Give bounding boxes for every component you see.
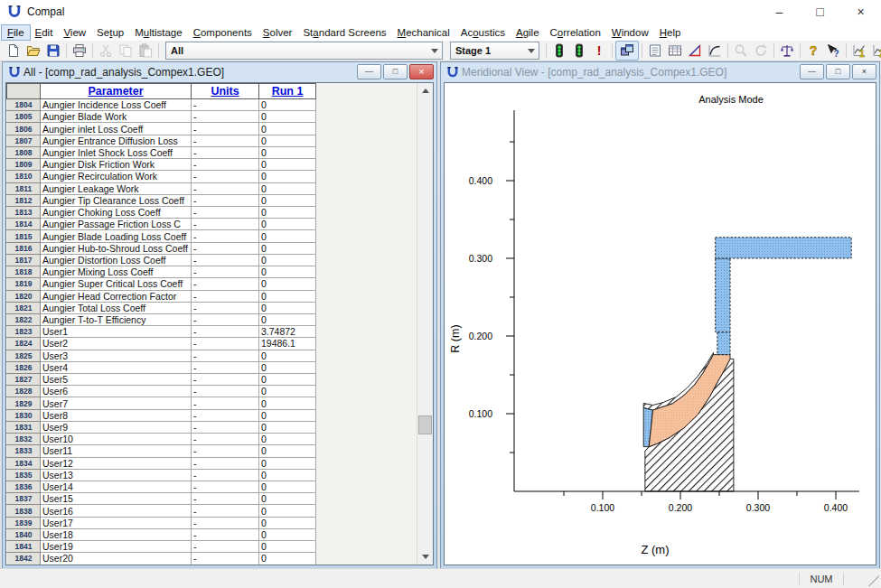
row-number-button[interactable]: 1837 [7, 493, 41, 505]
row-number-button[interactable]: 1807 [7, 135, 41, 146]
menu-file[interactable]: File [2, 25, 30, 40]
cell-run1[interactable]: 0 [259, 266, 316, 278]
row-number-button[interactable]: 1820 [7, 290, 41, 302]
close-button[interactable]: × [840, 0, 881, 23]
row-number-button[interactable]: 1842 [7, 553, 41, 565]
cell-run1[interactable]: 0 [259, 553, 316, 565]
cell-run1[interactable]: 19486.1 [259, 338, 316, 350]
context-help-icon[interactable]: ? [823, 42, 843, 60]
menu-mechanical[interactable]: Mechanical [392, 25, 455, 40]
cell-run1[interactable]: 0 [259, 230, 316, 242]
cell-run1[interactable]: 0 [259, 493, 316, 505]
main-title-bar[interactable]: Compal – □ × [0, 0, 881, 23]
cell-run1[interactable]: 0 [259, 182, 316, 194]
vertical-scrollbar[interactable] [417, 83, 433, 565]
row-number-button[interactable]: 1822 [7, 313, 41, 325]
row-number-button[interactable]: 1821 [7, 302, 41, 313]
row-number-button[interactable]: 1836 [7, 481, 41, 493]
row-number-button[interactable]: 1804 [7, 99, 41, 111]
meridional-window-title-bar[interactable]: Meridional View - [comp_rad_analysis_Com… [441, 62, 879, 81]
menu-standard-screens[interactable]: Standard Screens [297, 25, 391, 40]
cell-run1[interactable]: 0 [259, 278, 316, 290]
cell-run1[interactable]: 0 [259, 254, 316, 266]
resize-grip[interactable] [867, 574, 879, 586]
cell-run1[interactable]: 0 [259, 528, 316, 540]
row-number-button[interactable]: 1815 [7, 230, 41, 242]
menu-correlation[interactable]: Correlation [545, 25, 606, 40]
row-number-button[interactable]: 1838 [7, 505, 41, 517]
balance-icon[interactable] [777, 42, 797, 60]
velocity-triangle-icon[interactable] [685, 42, 705, 60]
cell-run1[interactable]: 0 [259, 99, 316, 111]
row-number-button[interactable]: 1809 [7, 159, 41, 171]
row-number-button[interactable]: 1835 [7, 469, 41, 481]
cell-run1[interactable]: 0 [259, 313, 316, 325]
row-number-button[interactable]: 1831 [7, 421, 41, 433]
menu-agile[interactable]: Agile [511, 25, 545, 40]
parameter-filter-combobox[interactable]: All [165, 42, 443, 60]
cell-run1[interactable]: 0 [259, 457, 316, 469]
row-number-button[interactable]: 1832 [7, 434, 41, 445]
row-number-button[interactable]: 1827 [7, 374, 41, 386]
row-number-button[interactable]: 1818 [7, 266, 41, 278]
cell-run1[interactable]: 0 [259, 111, 316, 123]
cell-run1[interactable]: 0 [259, 434, 316, 445]
row-number-button[interactable]: 1825 [7, 350, 41, 361]
run-single-icon[interactable] [549, 42, 569, 60]
cell-run1[interactable]: 0 [259, 386, 316, 397]
cell-run1[interactable]: 0 [259, 445, 316, 457]
cell-run1[interactable]: 0 [259, 194, 316, 206]
cell-run1[interactable]: 0 [259, 290, 316, 302]
cell-run1[interactable]: 0 [259, 219, 316, 230]
menu-view[interactable]: View [58, 25, 91, 40]
cell-run1[interactable]: 0 [259, 469, 316, 481]
cell-run1[interactable]: 0 [259, 374, 316, 386]
open-file-icon[interactable] [23, 42, 43, 60]
row-number-button[interactable]: 1824 [7, 338, 41, 350]
row-number-button[interactable]: 1810 [7, 171, 41, 182]
graph-1-icon[interactable]: 1 [849, 42, 869, 60]
row-number-button[interactable]: 1830 [7, 409, 41, 421]
save-file-icon[interactable] [43, 42, 63, 60]
menu-solver[interactable]: Solver [258, 25, 298, 40]
cell-run1[interactable]: 0 [259, 361, 316, 373]
cell-run1[interactable]: 0 [259, 481, 316, 493]
child-restore-button[interactable]: □ [383, 64, 408, 79]
row-number-button[interactable]: 1833 [7, 445, 41, 457]
row-number-button[interactable]: 1819 [7, 278, 41, 290]
cell-run1[interactable]: 0 [259, 350, 316, 361]
cell-run1[interactable]: 0 [259, 541, 316, 553]
help-icon[interactable]: ? [803, 42, 823, 60]
menu-components[interactable]: Components [188, 25, 258, 40]
row-number-button[interactable]: 1811 [7, 182, 41, 194]
graph-2-icon[interactable]: 2 [869, 42, 881, 60]
print-icon[interactable] [70, 42, 89, 60]
row-number-button[interactable]: 1828 [7, 386, 41, 397]
cell-run1[interactable]: 0 [259, 505, 316, 517]
row-number-button[interactable]: 1816 [7, 242, 41, 254]
maximize-button[interactable]: □ [800, 0, 840, 23]
stage-combobox[interactable]: Stage 1 [450, 42, 539, 60]
menu-setup[interactable]: Setup [91, 25, 129, 40]
menu-window[interactable]: Window [606, 25, 654, 40]
row-number-button[interactable]: 1826 [7, 361, 41, 373]
row-number-button[interactable]: 1814 [7, 219, 41, 230]
scroll-up-button[interactable] [417, 83, 433, 98]
row-number-button[interactable]: 1812 [7, 194, 41, 206]
row-number-button[interactable]: 1823 [7, 326, 41, 338]
row-number-button[interactable]: 1806 [7, 123, 41, 135]
row-number-button[interactable]: 1808 [7, 146, 41, 158]
performance-map-icon[interactable] [705, 42, 725, 60]
row-number-button[interactable]: 1813 [7, 206, 41, 218]
menu-multistage[interactable]: Multistage [129, 25, 187, 40]
child-restore-button[interactable]: □ [826, 64, 850, 79]
cell-run1[interactable]: 0 [259, 421, 316, 433]
child-minimize-button[interactable]: — [357, 64, 381, 79]
cell-run1[interactable]: 0 [259, 397, 316, 409]
row-number-button[interactable]: 1805 [7, 111, 41, 123]
row-number-button[interactable]: 1840 [7, 528, 41, 540]
data-grid-icon[interactable] [665, 42, 685, 60]
cell-run1[interactable]: 0 [259, 146, 316, 158]
row-number-button[interactable]: 1829 [7, 397, 41, 409]
row-number-button[interactable]: 1834 [7, 457, 41, 469]
